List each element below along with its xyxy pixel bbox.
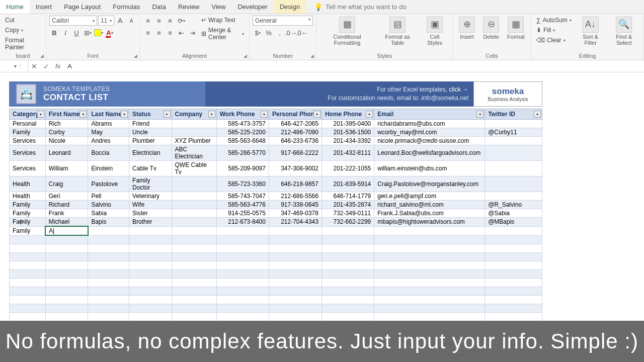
- border-button[interactable]: ⊞▾: [83, 28, 93, 38]
- cell-empty[interactable]: [45, 244, 88, 252]
- cell-empty[interactable]: [321, 252, 374, 261]
- cell-cat[interactable]: Family: [10, 128, 46, 137]
- cell-co[interactable]: [172, 192, 216, 201]
- cell-empty[interactable]: [269, 278, 321, 287]
- cell-ln[interactable]: Salvino: [88, 201, 129, 209]
- cell-tw[interactable]: [485, 226, 542, 235]
- align-center-button[interactable]: ≡: [154, 28, 164, 38]
- cell-empty[interactable]: [88, 304, 129, 312]
- cell-st[interactable]: Sister: [129, 209, 172, 218]
- cell-fn[interactable]: Geri: [45, 192, 88, 201]
- cell-ln[interactable]: Abrams: [88, 120, 129, 128]
- cell-pp[interactable]: 212-704-4343: [269, 218, 321, 227]
- filter-btn-category[interactable]: ▼: [37, 111, 44, 118]
- cell-wp[interactable]: 585-473-3757: [216, 120, 269, 128]
- format-painter-button[interactable]: Format Painter: [3, 36, 43, 52]
- filter-btn-personal-phone[interactable]: ▼: [313, 111, 320, 118]
- col-header-first-name[interactable]: First Name▼: [45, 109, 88, 120]
- decrease-indent-button[interactable]: ⇤: [176, 28, 186, 38]
- cell-empty[interactable]: [10, 252, 46, 261]
- table-row-empty[interactable]: [10, 244, 542, 252]
- tell-me-search[interactable]: 💡 Tell me what you want to do: [306, 3, 644, 11]
- cell-pp[interactable]: 646-218-9857: [269, 176, 321, 192]
- table-row-empty[interactable]: [10, 269, 542, 278]
- percent-format-button[interactable]: %: [264, 28, 274, 38]
- conditional-formatting-button[interactable]: ▦Conditional Formatting: [319, 16, 375, 47]
- cell-cat[interactable]: Family: [10, 218, 46, 227]
- cell-empty[interactable]: [374, 269, 485, 278]
- fx-button[interactable]: fx: [52, 62, 63, 70]
- cell-empty[interactable]: [129, 304, 172, 312]
- cell-wp[interactable]: 914-255-0575: [216, 209, 269, 218]
- table-row-empty[interactable]: [10, 304, 542, 312]
- clear-button[interactable]: ⌫Clear▾: [534, 36, 574, 45]
- cell-tw[interactable]: [485, 176, 542, 192]
- cut-button[interactable]: Cut: [3, 16, 43, 25]
- filter-btn-email[interactable]: ▼: [476, 111, 484, 118]
- cell-empty[interactable]: [216, 287, 269, 295]
- cell-empty[interactable]: [321, 235, 374, 244]
- col-header-category[interactable]: Category▼: [10, 109, 46, 120]
- cell-empty[interactable]: [88, 252, 129, 261]
- fill-color-button[interactable]: ▾: [94, 28, 104, 38]
- cell-empty[interactable]: [269, 252, 321, 261]
- cell-empty[interactable]: [129, 287, 172, 295]
- cell-em[interactable]: richard_salvino@ml.com: [374, 201, 485, 209]
- cell-cat[interactable]: Family: [10, 209, 46, 218]
- cell-empty[interactable]: [172, 295, 216, 304]
- number-format-select[interactable]: General▾: [253, 16, 313, 26]
- orientation-button[interactable]: ⟳▾: [176, 16, 186, 26]
- table-row[interactable]: FamilyFrankSabiaSister914-255-0575347-46…: [10, 209, 542, 218]
- cell-empty[interactable]: [485, 235, 542, 244]
- cell-st[interactable]: Veterinary: [129, 192, 172, 201]
- font-dialog-launcher[interactable]: ◢: [132, 53, 138, 59]
- cell-empty[interactable]: [216, 244, 269, 252]
- tab-developer[interactable]: Developer: [231, 0, 273, 14]
- tab-page-layout[interactable]: Page Layout: [58, 0, 107, 14]
- cell-fn[interactable]: Rich: [45, 120, 88, 128]
- cell-empty[interactable]: [88, 244, 129, 252]
- cell-empty[interactable]: [321, 261, 374, 269]
- accounting-format-button[interactable]: $▾: [253, 28, 263, 38]
- cell-empty[interactable]: [269, 287, 321, 295]
- cell-wp[interactable]: 585-225-2200: [216, 128, 269, 137]
- cancel-edit-button[interactable]: ✕: [28, 62, 40, 70]
- cell-empty[interactable]: [10, 304, 46, 312]
- cell-empty[interactable]: [45, 269, 88, 278]
- table-row[interactable]: ServicesNicoleAndresPlumberXYZ Plumber58…: [10, 137, 542, 145]
- col-header-home-phone[interactable]: Home Phone▼: [321, 109, 374, 120]
- cell-cat[interactable]: Personal: [10, 120, 46, 128]
- cell-empty[interactable]: [321, 278, 374, 287]
- number-dialog-launcher[interactable]: ◢: [309, 53, 315, 59]
- comma-format-button[interactable]: ,: [275, 28, 285, 38]
- table-row[interactable]: HealthGeriPellVeterinary585-743-7047212-…: [10, 192, 542, 201]
- cell-empty[interactable]: [129, 244, 172, 252]
- cell-empty[interactable]: [216, 252, 269, 261]
- cell-wp[interactable]: 585-723-3360: [216, 176, 269, 192]
- cell-fn[interactable]: Leonard: [45, 145, 88, 161]
- cell-em[interactable]: geri.e.pell@ampf.com: [374, 192, 485, 201]
- cell-tw[interactable]: [485, 137, 542, 145]
- tab-home[interactable]: Home: [0, 0, 30, 14]
- cell-pp[interactable]: 347-469-0378: [269, 209, 321, 218]
- table-row-editing[interactable]: FamilyA: [10, 226, 542, 235]
- fill-button[interactable]: ⬇Fill▾: [534, 26, 574, 35]
- increase-font-button[interactable]: A: [115, 16, 125, 26]
- table-row[interactable]: PersonalRichAbramsFriend585-473-3757646-…: [10, 120, 542, 128]
- filter-btn-status[interactable]: ▼: [164, 111, 171, 118]
- cell-empty[interactable]: [321, 287, 374, 295]
- cell-empty[interactable]: [172, 235, 216, 244]
- cell-empty[interactable]: [88, 295, 129, 304]
- cell-empty[interactable]: [45, 278, 88, 287]
- cell-empty[interactable]: [172, 312, 216, 321]
- cell-hp[interactable]: 646-714-1779: [321, 192, 374, 201]
- cell-wp[interactable]: 585-563-4776: [216, 201, 269, 209]
- cell-empty[interactable]: [45, 304, 88, 312]
- cell-empty[interactable]: [45, 312, 88, 321]
- table-row-empty[interactable]: [10, 312, 542, 321]
- font-color-button[interactable]: A▾: [105, 28, 115, 38]
- table-row-empty[interactable]: [10, 235, 542, 244]
- col-header-work-phone[interactable]: Work Phone▼: [216, 109, 269, 120]
- tab-insert[interactable]: Insert: [30, 0, 58, 14]
- cell-empty[interactable]: [485, 295, 542, 304]
